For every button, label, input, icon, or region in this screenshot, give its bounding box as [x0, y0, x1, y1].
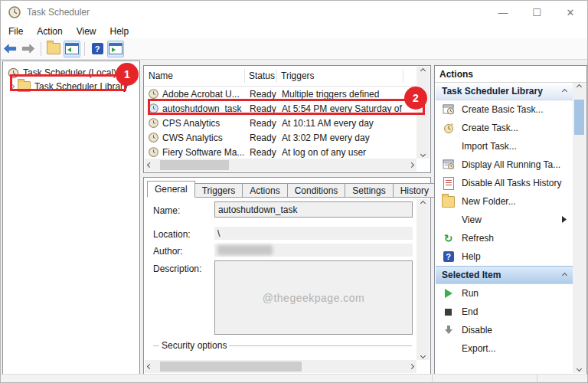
name-field[interactable]: autoshutdown_task [214, 201, 413, 218]
action-item-refresh[interactable]: ↻ Refresh [436, 229, 573, 247]
task-list-header: Name Status Triggers [144, 66, 430, 87]
action-item-label: Refresh [462, 233, 494, 244]
details-horizontal-scrollbar[interactable] [145, 360, 416, 373]
action-item-view[interactable]: View [436, 211, 573, 229]
disable-history-icon [442, 177, 455, 190]
scroll-left-icon[interactable] [147, 364, 152, 369]
watermark-text: @thegeekpage.com [263, 292, 365, 304]
action-item-end[interactable]: End [436, 303, 573, 321]
action-item-label: Export... [462, 343, 496, 354]
task-name: Adobe Acrobat U... [162, 89, 240, 100]
column-header-status[interactable]: Status [245, 69, 277, 83]
scrollbar-thumb[interactable] [574, 100, 584, 135]
export-list-button[interactable] [45, 41, 62, 57]
task-row[interactable]: CPS Analytics Ready At 10:11 AM every da… [145, 116, 416, 130]
section-header-selected-item[interactable]: Selected Item [436, 266, 573, 284]
tab-general[interactable]: General [147, 181, 195, 198]
description-field[interactable]: @thegeekpage.com [214, 260, 413, 335]
task-name: Fiery Software Ma... [162, 147, 244, 158]
task-list-horizontal-scrollbar[interactable] [145, 159, 416, 172]
author-field [214, 244, 413, 257]
refresh-icon: ↻ [442, 232, 455, 245]
show-hide-console-tree-button[interactable] [64, 41, 80, 57]
action-item-create-task[interactable]: Create Task... [436, 119, 573, 137]
action-item-label: View [462, 214, 482, 225]
action-item-label: Run [462, 288, 479, 299]
statusbar-separator [537, 375, 537, 382]
annotation-number: 2 [413, 92, 419, 104]
menu-view[interactable]: View [70, 26, 103, 37]
title-bar: Task Scheduler — ☐ ✕ [1, 1, 587, 24]
action-item-import-task[interactable]: Import Task... [436, 137, 573, 155]
actions-panel: Actions Task Scheduler Library Create Ba… [434, 65, 587, 375]
toolbar: ? [1, 38, 587, 60]
actions-vertical-scrollbar[interactable] [573, 83, 586, 373]
column-header-triggers[interactable]: Triggers [277, 69, 403, 83]
scroll-up-icon[interactable] [577, 84, 582, 90]
scroll-left-icon[interactable] [147, 162, 152, 168]
submenu-arrow-icon [562, 214, 567, 225]
details-vertical-scrollbar[interactable] [416, 199, 430, 360]
menu-action[interactable]: Action [30, 26, 69, 37]
scroll-down-icon[interactable] [420, 152, 426, 157]
section-header-label: Task Scheduler Library [442, 86, 543, 97]
window-title: Task Scheduler [27, 7, 90, 18]
scrollbar-thumb[interactable] [160, 160, 229, 170]
details-tabs: General Triggers Actions Conditions Sett… [147, 181, 415, 198]
annotation-number: 1 [124, 68, 130, 80]
action-item-new-folder[interactable]: New Folder... [436, 192, 573, 211]
scroll-up-icon[interactable] [420, 68, 426, 74]
forward-button[interactable] [20, 41, 37, 57]
action-item-label: End [462, 306, 478, 317]
task-row[interactable]: CWS Analytics Ready At 3:02 PM every day [145, 130, 416, 145]
status-bar [1, 374, 587, 382]
minimize-button[interactable]: — [486, 1, 520, 24]
back-button[interactable] [2, 41, 18, 57]
scroll-right-icon[interactable] [409, 162, 414, 168]
folder-action-icon [47, 43, 60, 54]
scroll-up-icon[interactable] [420, 201, 426, 206]
scroll-down-icon[interactable] [420, 353, 426, 358]
action-item-disable-all-tasks-history[interactable]: Disable All Tasks History [436, 174, 573, 192]
action-item-run[interactable]: Run [436, 284, 573, 303]
action-item-export[interactable]: Export... [436, 339, 573, 358]
tab-history[interactable]: History [394, 183, 436, 198]
action-item-create-basic-task[interactable]: Create Basic Task... [436, 100, 573, 119]
action-item-help[interactable]: ? Help [436, 247, 573, 266]
collapse-icon[interactable] [562, 88, 567, 93]
collapse-icon[interactable] [562, 272, 567, 277]
security-options-group: Security options [153, 340, 412, 351]
tab-actions[interactable]: Actions [243, 183, 287, 198]
tab-settings[interactable]: Settings [345, 183, 393, 198]
author-label: Author: [153, 246, 183, 257]
task-list-body: Adobe Acrobat U... Ready Multiple trigge… [145, 87, 416, 159]
task-triggers: At 3:02 PM every day [278, 133, 404, 143]
section-header-task-scheduler-library[interactable]: Task Scheduler Library [436, 83, 573, 100]
menu-file[interactable]: File [1, 26, 30, 37]
scrollbar-thumb[interactable] [160, 362, 302, 372]
action-item-display-all-running-tasks[interactable]: Display All Running Ta... [436, 155, 573, 174]
display-running-tasks-icon [442, 159, 455, 172]
maximize-button[interactable]: ☐ [520, 1, 554, 24]
task-clock-icon [148, 146, 159, 158]
annotation-rect-library [10, 74, 126, 91]
create-task-icon [442, 122, 455, 135]
scroll-right-icon[interactable] [409, 364, 414, 369]
tab-triggers[interactable]: Triggers [195, 183, 243, 198]
action-item-disable[interactable]: Disable [436, 321, 573, 339]
close-button[interactable]: ✕ [554, 1, 587, 24]
column-header-name[interactable]: Name [144, 69, 245, 83]
scroll-down-icon[interactable] [577, 366, 582, 372]
tab-conditions[interactable]: Conditions [288, 183, 346, 198]
task-name: CWS Analytics [162, 133, 223, 143]
menu-help[interactable]: Help [103, 26, 136, 37]
show-hide-action-pane-button[interactable] [107, 41, 124, 57]
task-clock-icon [148, 88, 159, 100]
help-toolbar-button[interactable]: ? [89, 41, 106, 57]
redacted-author-value [217, 245, 273, 255]
task-row[interactable]: Fiery Software Ma... Ready At log on of … [145, 145, 416, 159]
no-icon [442, 140, 455, 153]
description-label: Description: [153, 264, 201, 274]
no-icon [442, 214, 455, 227]
no-icon [442, 342, 455, 355]
